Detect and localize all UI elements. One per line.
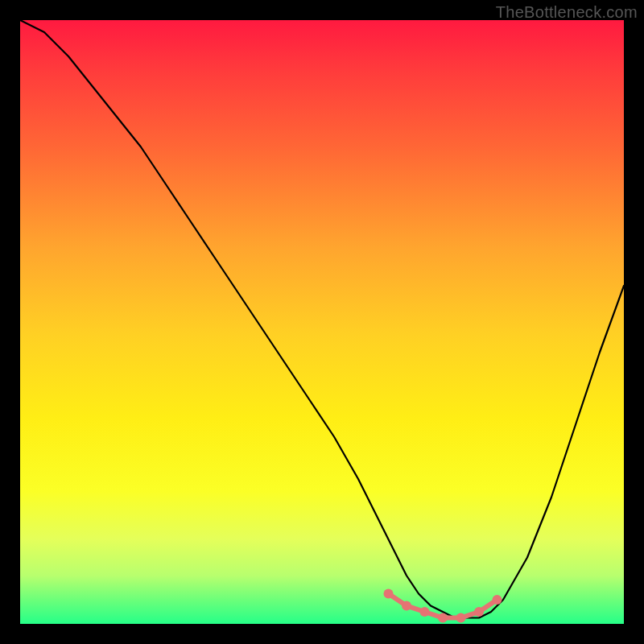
watermark-text: TheBottleneck.com	[496, 3, 638, 22]
chart-background-gradient	[20, 20, 624, 624]
chart-container: TheBottleneck.com	[0, 0, 644, 644]
